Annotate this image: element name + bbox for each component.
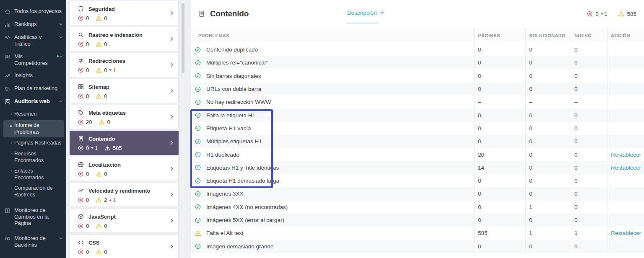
action-cell bbox=[607, 240, 644, 253]
warning-triangle-icon bbox=[96, 41, 102, 47]
insights-trend-icon bbox=[4, 72, 11, 79]
warning-triangle-icon bbox=[104, 145, 111, 151]
error-count: 0 bbox=[78, 249, 89, 255]
restore-link[interactable]: Restablecer bbox=[611, 152, 641, 158]
pages-value: 0 bbox=[474, 240, 525, 253]
sub-item-label: Resumen bbox=[14, 111, 37, 118]
warning-triangle-icon bbox=[96, 171, 102, 177]
chevron-right-icon bbox=[170, 114, 174, 119]
column-header-paginas: PÁGINAS bbox=[474, 28, 525, 43]
table-row: Imágenes 5XX (error al cargar) 0 0 0 bbox=[191, 214, 644, 227]
sidebar-item-redes-sociales[interactable]: Redes Sociales bbox=[0, 254, 66, 258]
sidebar-item-plan-de-marketing[interactable]: Plan de marketing bbox=[0, 82, 66, 95]
sub-item-label: Páginas Rastreadas bbox=[14, 140, 62, 147]
sidebar-item-comparacion-de-rastreos[interactable]: Comparación de Rastreos bbox=[0, 183, 66, 200]
pages-value: 0 bbox=[474, 43, 525, 56]
page-changes-icon bbox=[4, 207, 11, 214]
issue-label: Etiquetas H1 y Title idénticas bbox=[206, 165, 279, 171]
scrollbar-thumb[interactable] bbox=[182, 3, 184, 73]
chevron-down-icon bbox=[59, 22, 63, 26]
check-circle-icon bbox=[195, 59, 201, 66]
restore-link[interactable]: Restablecer bbox=[611, 165, 641, 171]
description-dropdown[interactable]: Descripción bbox=[347, 10, 384, 16]
category-card-contenido[interactable]: Contenido 0 1 585 bbox=[70, 131, 179, 155]
chevron-down-icon bbox=[59, 35, 63, 39]
solved-value: 0 bbox=[525, 240, 571, 253]
check-circle-icon bbox=[195, 191, 201, 197]
sidebar-item-label: Mis Competidores bbox=[14, 53, 54, 67]
sub-item-label: Informe de Problemas bbox=[14, 122, 62, 135]
warnings-badge: 585 bbox=[618, 11, 636, 17]
sidebar-item-informe-de-problemas[interactable]: Informe de Problemas bbox=[3, 120, 64, 137]
globe-icon bbox=[78, 161, 84, 168]
new-value: – bbox=[571, 95, 607, 108]
column-header-problemas: PROBLEMAS bbox=[191, 28, 474, 43]
category-card-seguridad[interactable]: Seguridad 0 0 bbox=[70, 1, 179, 25]
sidebar-item-paginas-rastreadas[interactable]: Páginas Rastreadas bbox=[0, 138, 66, 149]
action-cell bbox=[607, 70, 644, 83]
sidebar-item-enlaces-encontrados[interactable]: Enlaces Encontrados bbox=[0, 166, 66, 183]
sidebar-item-label: Insights bbox=[14, 72, 33, 79]
summary-badges: 0 1 585 bbox=[587, 11, 636, 17]
table-row: Imagen demasiado grande 0 0 0 bbox=[191, 240, 644, 253]
sidebar-item-label: Monitoreo de Cambios en la Página bbox=[14, 207, 63, 227]
grid-icon bbox=[78, 83, 84, 90]
error-circle-icon bbox=[78, 249, 84, 255]
category-card-localizacion[interactable]: Localización 0 0 bbox=[70, 157, 179, 181]
pages-value: 0 bbox=[474, 108, 525, 121]
error-delta-down: 1 bbox=[91, 145, 98, 151]
sidebar-item-analiticas-trafico[interactable]: Analíticas y Tráfico bbox=[0, 31, 66, 50]
warning-count: 0 bbox=[96, 249, 107, 255]
issue-label: Sin barras diagonales bbox=[206, 73, 261, 79]
sidebar-item-todos-los-proyectos[interactable]: Todos los proyectos bbox=[0, 5, 66, 18]
sidebar-item-monitoreo-cambios-pagina[interactable]: Monitoreo de Cambios en la Página bbox=[0, 204, 66, 230]
restore-link[interactable]: Restablecer bbox=[611, 230, 641, 236]
table-row: Contenido duplicado 0 0 0 bbox=[191, 43, 644, 56]
content-panel: Contenido Descripción 0 1 585 PROBLEMAS … bbox=[184, 0, 644, 258]
category-card-javascript[interactable]: JavaScript 0 0 bbox=[70, 209, 179, 233]
category-card-meta-etiquetas[interactable]: Meta etiquetas 20 0 bbox=[70, 105, 179, 129]
description-label: Descripción bbox=[347, 10, 377, 16]
table-header: PROBLEMAS PÁGINAS SOLUCIONADO NUEVO ACCI… bbox=[191, 28, 644, 43]
chevron-right-icon bbox=[170, 244, 174, 249]
sidebar-item-mis-competidores[interactable]: Mis Competidores bbox=[0, 50, 66, 70]
check-circle-icon bbox=[195, 204, 201, 210]
error-circle-icon bbox=[78, 119, 84, 125]
sidebar-item-recursos-encontrados[interactable]: Recursos Encontrados bbox=[0, 149, 66, 166]
warning-count: 0 bbox=[96, 171, 107, 177]
bullet-icon bbox=[11, 153, 12, 155]
column-header-accion: ACCIÓN bbox=[607, 28, 644, 43]
sidebar-item-resumen[interactable]: Resumen bbox=[0, 109, 66, 120]
check-circle-icon bbox=[195, 112, 201, 119]
category-card-css[interactable]: CSS 0 0 bbox=[70, 235, 179, 258]
category-card-sitemap[interactable]: Sitemap 0 0 bbox=[70, 79, 179, 103]
warning-count: 0 bbox=[99, 119, 110, 125]
cube-icon bbox=[78, 213, 84, 220]
new-value: 0 bbox=[571, 70, 607, 83]
category-card-velocidad-y-rendimiento[interactable]: Velocidad y rendimiento 0 2 1 bbox=[70, 183, 179, 207]
category-card-redirecciones[interactable]: Redirecciones 0 0 1 bbox=[70, 53, 179, 77]
error-count: 0 bbox=[78, 93, 89, 99]
issue-label: Imágenes 5XX (error al cargar) bbox=[206, 217, 284, 223]
warning-triangle-icon bbox=[618, 11, 624, 17]
issue-label: Etiqueta H1 vacía bbox=[206, 125, 251, 132]
triangle-down-icon bbox=[91, 147, 93, 149]
error-circle-icon bbox=[78, 145, 84, 151]
sidebar-item-label: Rankings bbox=[14, 21, 36, 28]
sidebar-item-monitoreo-backlinks[interactable]: Monitoreo de Backlinks bbox=[0, 232, 66, 251]
sidebar-item-auditoria-web[interactable]: Auditoría web bbox=[0, 95, 66, 108]
issue-label: Múltiples rel="canonical" bbox=[206, 59, 268, 66]
solved-value: 0 bbox=[525, 161, 571, 174]
check-circle-icon bbox=[195, 178, 201, 184]
category-card-rastreo-e-indexacion[interactable]: Rastreo e indexación 0 0 bbox=[70, 27, 179, 51]
pages-value: 14 bbox=[474, 161, 525, 174]
errors-badge: 0 1 bbox=[587, 11, 607, 17]
category-label: Seguridad bbox=[88, 6, 115, 12]
solved-value: 1 bbox=[525, 201, 571, 214]
trend-up-icon bbox=[78, 187, 84, 194]
sidebar-item-insights[interactable]: Insights bbox=[0, 69, 66, 82]
category-label: Meta etiquetas bbox=[88, 110, 126, 116]
error-count: 0 bbox=[78, 171, 89, 177]
sidebar-item-rankings[interactable]: Rankings bbox=[0, 18, 66, 31]
column-header-solucionado: SOLUCIONADO bbox=[525, 28, 571, 43]
